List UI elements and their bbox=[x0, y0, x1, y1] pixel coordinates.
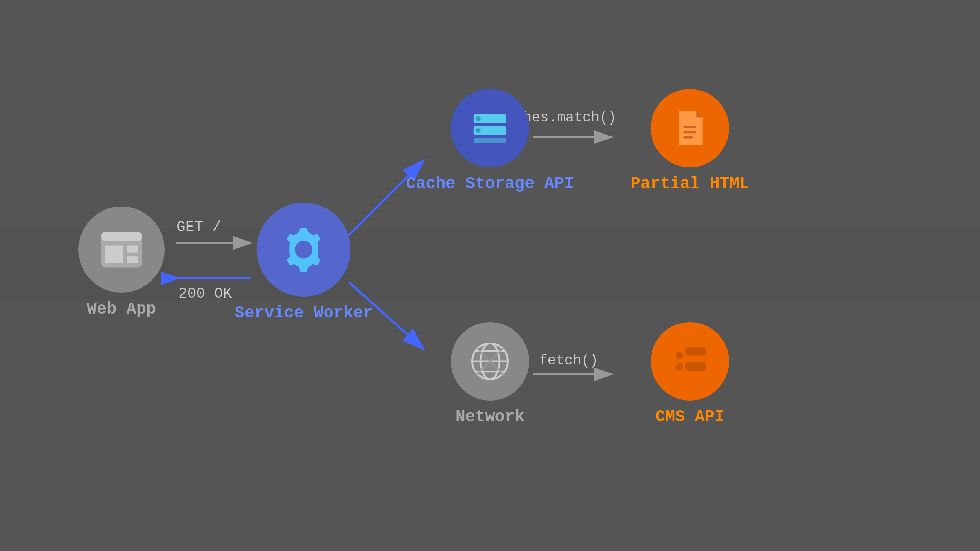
partial-html-label: Partial HTML bbox=[631, 174, 749, 193]
svg-point-24 bbox=[676, 352, 683, 359]
service-worker-icon bbox=[276, 222, 331, 277]
network-node: Network bbox=[451, 322, 529, 426]
network-label: Network bbox=[456, 408, 524, 426]
cms-api-icon bbox=[666, 338, 713, 385]
network-circle bbox=[451, 322, 529, 401]
svg-rect-21 bbox=[683, 126, 696, 129]
web-app-icon bbox=[96, 224, 147, 275]
cms-api-label: CMS API bbox=[655, 408, 724, 426]
cache-storage-label: Cache Storage API bbox=[406, 174, 574, 193]
svg-point-8 bbox=[295, 241, 313, 259]
web-app-label: Web App bbox=[87, 300, 156, 319]
cache-storage-circle bbox=[451, 89, 529, 167]
web-app-circle bbox=[78, 207, 165, 293]
fetch-label: fetch() bbox=[539, 353, 598, 369]
partial-html-icon bbox=[668, 107, 711, 150]
svg-rect-25 bbox=[685, 347, 706, 356]
network-icon bbox=[466, 338, 514, 385]
svg-rect-4 bbox=[101, 232, 142, 241]
service-worker-circle bbox=[257, 203, 351, 297]
cms-api-node: CMS API bbox=[651, 322, 729, 426]
svg-rect-5 bbox=[105, 246, 123, 264]
web-app-node: Web App bbox=[78, 207, 165, 319]
svg-rect-27 bbox=[685, 362, 706, 371]
svg-point-26 bbox=[676, 363, 683, 371]
cms-api-circle bbox=[651, 322, 729, 401]
svg-rect-22 bbox=[683, 131, 696, 134]
service-worker-node: Service Worker bbox=[235, 203, 373, 323]
svg-point-12 bbox=[476, 128, 481, 133]
svg-rect-13 bbox=[474, 138, 506, 143]
partial-html-node: Partial HTML bbox=[631, 89, 749, 193]
partial-html-circle bbox=[651, 89, 729, 167]
service-worker-label: Service Worker bbox=[235, 304, 373, 323]
svg-rect-7 bbox=[127, 256, 138, 263]
svg-rect-6 bbox=[127, 246, 138, 253]
diagram-container: GET / 200 OK caches.match() fetch() bbox=[0, 0, 980, 551]
svg-rect-23 bbox=[683, 136, 693, 139]
svg-point-10 bbox=[476, 116, 481, 121]
cache-storage-node: Cache Storage API bbox=[406, 89, 574, 193]
cache-storage-icon bbox=[466, 105, 514, 152]
